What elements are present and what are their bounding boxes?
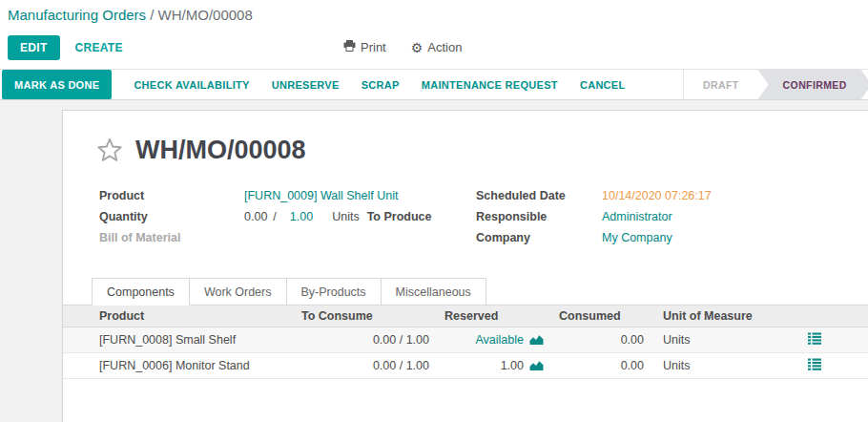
component-product[interactable]: [FURN_0008] Small Shelf [63,327,294,353]
move-details-list-icon[interactable] [808,358,821,370]
breadcrumb-separator: / [146,7,158,23]
control-panel: Manufacturing Orders / WH/MO/00008 EDIT … [0,0,868,61]
component-reserved[interactable]: Available [437,327,551,353]
control-panel-center: Print ⚙ Action [343,33,462,61]
col-header-consumed[interactable]: Consumed [551,306,651,327]
favorite-star-icon[interactable] [96,137,123,163]
page-background: WH/MO/00008 Product [FURN_0009] Wall She… [0,100,868,422]
notebook-tabs: Components Work Orders By-Products Misce… [63,278,868,306]
form-sheet: WH/MO/00008 Product [FURN_0009] Wall She… [62,110,868,422]
quantity-label: Quantity [99,210,244,223]
scrap-button[interactable]: SCRAP [362,79,400,91]
component-row[interactable]: [FURN_0006] Monitor Stand 0.00 / 1.00 1.… [63,353,868,379]
gear-icon: ⚙ [411,41,424,54]
quantity-uom: Units [332,210,359,223]
responsible-value-link[interactable]: Administrator [602,210,672,223]
field-responsible: Responsible Administrator [476,210,712,223]
printer-icon [343,40,356,54]
product-label: Product [99,189,244,202]
statusbar-buttons: MARK AS DONE CHECK AVAILABILITY UNRESERV… [0,70,626,99]
component-consumed[interactable]: 0.00 [551,353,651,379]
component-row[interactable]: [FURN_0008] Small Shelf 0.00 / 1.00 Avai… [63,327,868,353]
responsible-label: Responsible [476,210,602,223]
field-company: Company My Company [476,231,712,244]
bill-of-material-label: Bill of Material [99,231,244,244]
field-bill-of-material: Bill of Material [99,231,476,244]
component-reserved[interactable]: 1.00 [437,353,551,379]
col-header-product[interactable]: Product [63,306,294,327]
statusbar: MARK AS DONE CHECK AVAILABILITY UNRESERV… [0,69,868,100]
component-actions [795,353,868,379]
quantity-produced: 0.00 [244,210,267,223]
forecast-chart-icon[interactable] [529,360,544,371]
breadcrumb-current: WH/MO/00008 [158,7,253,23]
component-uom: Units [651,327,795,353]
title-block: WH/MO/00008 [63,111,868,165]
create-button[interactable]: CREATE [75,41,123,54]
tab-by-products[interactable]: By-Products [286,278,382,306]
field-scheduled-date: Scheduled Date 10/14/2020 07:26:17 [476,189,712,202]
col-header-uom[interactable]: Unit of Measure [651,306,795,327]
product-value-link[interactable]: [FURN_0009] Wall Shelf Unit [244,189,398,202]
field-groups: Product [FURN_0009] Wall Shelf Unit Quan… [63,165,868,252]
check-availability-button[interactable]: CHECK AVAILABILITY [134,79,249,91]
component-uom: Units [651,353,795,379]
field-quantity: Quantity 0.00 / 1.00 Units To Produce [99,210,476,223]
components-table-header-row: Product To Consume Reserved Consumed Uni… [63,306,868,327]
print-label: Print [361,40,386,54]
action-label: Action [427,40,462,54]
scheduled-date-value: 10/14/2020 07:26:17 [602,189,712,202]
quantity-planned-link[interactable]: 1.00 [290,210,313,223]
scheduled-date-label: Scheduled Date [476,189,602,202]
cancel-button[interactable]: CANCEL [580,79,626,91]
tab-work-orders[interactable]: Work Orders [189,278,287,306]
component-product[interactable]: [FURN_0006] Monitor Stand [63,353,294,379]
mark-as-done-button[interactable]: MARK AS DONE [2,70,112,99]
company-label: Company [476,231,602,244]
breadcrumb-parent-link[interactable]: Manufacturing Orders [8,7,146,23]
col-header-to-consume[interactable]: To Consume [294,306,437,327]
field-group-right: Scheduled Date 10/14/2020 07:26:17 Respo… [476,189,712,252]
unreserve-button[interactable]: UNRESERVE [272,79,340,91]
edit-button[interactable]: EDIT [8,35,60,60]
reserved-value[interactable]: Available [475,333,524,347]
component-actions [795,327,868,353]
tab-miscellaneous[interactable]: Miscellaneous [381,278,486,306]
component-consumed[interactable]: 0.00 [551,327,651,353]
reserved-value[interactable]: 1.00 [501,359,524,372]
field-product: Product [FURN_0009] Wall Shelf Unit [99,189,476,202]
tab-components[interactable]: Components [92,278,190,306]
col-header-actions [795,306,868,327]
status-pipeline: DRAFT CONFIRMED IN PROGRESS [683,70,868,99]
action-menu[interactable]: ⚙ Action [411,40,463,54]
col-header-reserved[interactable]: Reserved [437,306,551,327]
status-step-confirmed[interactable]: CONFIRMED [758,70,868,99]
breadcrumb: Manufacturing Orders / WH/MO/00008 [8,6,860,25]
control-panel-buttons: EDIT CREATE Print ⚙ Action [8,33,860,61]
components-table: Product To Consume Reserved Consumed Uni… [63,306,868,379]
move-details-list-icon[interactable] [808,332,821,345]
maintenance-request-button[interactable]: MAINTENANCE REQUEST [422,79,558,91]
field-group-left: Product [FURN_0009] Wall Shelf Unit Quan… [99,189,476,252]
print-menu[interactable]: Print [343,40,386,54]
status-step-draft[interactable]: DRAFT [684,70,758,99]
forecast-chart-icon[interactable] [529,334,544,346]
quantity-separator: / [273,210,276,223]
component-to-consume[interactable]: 0.00 / 1.00 [294,353,437,379]
quantity-note: To Produce [367,210,432,223]
company-value-link[interactable]: My Company [602,231,672,244]
record-title: WH/MO/00008 [135,136,306,165]
component-to-consume[interactable]: 0.00 / 1.00 [294,327,437,353]
